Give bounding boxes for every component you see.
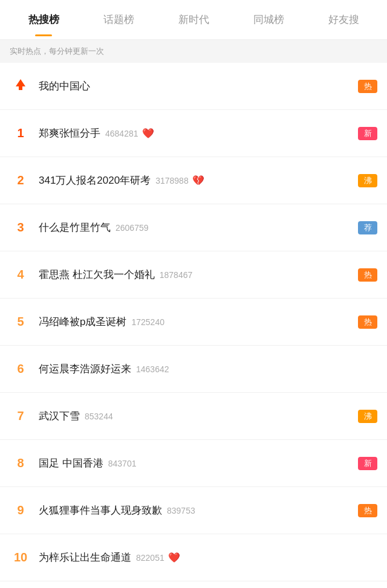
badge-hot: 热 [358, 80, 377, 93]
item-content: 341万人报名2020年研考 3178988 💔 [39, 173, 352, 187]
rank-arrow [10, 78, 31, 94]
rank-number: 9 [10, 503, 31, 517]
item-content: 为梓乐让出生命通道 822051 ❤️ [39, 551, 358, 564]
badge-new: 新 [358, 127, 377, 140]
item-emoji: ❤️ [168, 552, 180, 563]
svg-marker-0 [16, 79, 25, 90]
item-title: 为梓乐让出生命通道 [39, 551, 131, 564]
item-count: 1725240 [131, 317, 164, 327]
sub-header: 实时热点，每分钟更新一次 [0, 40, 387, 63]
item-emoji: ❤️ [142, 128, 154, 139]
item-content: 冯绍峰被p成圣诞树 1725240 [39, 315, 352, 329]
rank-number: 5 [10, 315, 31, 329]
list-item[interactable]: 4 霍思燕 杜江欠我一个婚礼 1878467 热 [0, 251, 387, 299]
item-title: 国足 中国香港 [39, 456, 103, 470]
list-item[interactable]: 10 为梓乐让出生命通道 822051 ❤️ [0, 534, 387, 581]
item-count: 1878467 [160, 270, 193, 280]
item-title: 什么是竹里竹气 [39, 221, 111, 234]
item-title: 郑爽张恒分手 [39, 126, 100, 140]
nav-tabs: 热搜榜 话题榜 新时代 同城榜 好友搜 [0, 0, 387, 40]
item-title: 霍思燕 杜江欠我一个婚礼 [39, 268, 155, 282]
item-content: 武汉下雪 853244 [39, 409, 352, 423]
badge-rec: 荐 [358, 221, 377, 234]
badge-hot: 热 [358, 268, 377, 282]
tab-topic[interactable]: 话题榜 [81, 0, 156, 40]
item-count: 843701 [108, 459, 137, 468]
item-title: 冯绍峰被p成圣诞树 [39, 315, 126, 329]
item-content: 火狐狸事件当事人现身致歉 839753 [39, 503, 352, 517]
list-item[interactable]: 5 冯绍峰被p成圣诞树 1725240 热 [0, 299, 387, 346]
badge-new: 新 [358, 457, 377, 470]
tab-hot[interactable]: 热搜榜 [6, 0, 81, 40]
badge-boil: 沸 [358, 410, 377, 423]
item-count: 1463642 [136, 364, 169, 374]
item-title: 我的中国心 [39, 79, 90, 93]
item-count: 2606759 [115, 223, 149, 233]
list-item[interactable]: 3 什么是竹里竹气 2606759 荐 [0, 204, 387, 251]
item-emoji: 💔 [192, 175, 204, 186]
item-title: 341万人报名2020年研考 [39, 173, 151, 187]
rank-number: 4 [10, 268, 31, 282]
item-content: 我的中国心 [39, 79, 352, 93]
list-item[interactable]: 8 国足 中国香港 843701 新 [0, 440, 387, 487]
item-content: 国足 中国香港 843701 [39, 456, 352, 470]
item-count: 839753 [167, 506, 195, 515]
tab-local[interactable]: 同城榜 [231, 0, 306, 40]
item-count: 822051 [136, 553, 164, 563]
item-title: 武汉下雪 [39, 409, 80, 423]
list-item[interactable]: 9 火狐狸事件当事人现身致歉 839753 热 [0, 487, 387, 534]
trending-list: 我的中国心 热 1 郑爽张恒分手 4684281 ❤️ 新 2 341万人报名2… [0, 63, 387, 581]
item-content: 霍思燕 杜江欠我一个婚礼 1878467 [39, 268, 352, 282]
tab-friends[interactable]: 好友搜 [306, 0, 381, 40]
rank-number: 7 [10, 409, 31, 423]
rank-number: 2 [10, 173, 31, 187]
rank-number: 10 [10, 551, 31, 564]
item-content: 郑爽张恒分手 4684281 ❤️ [39, 126, 352, 140]
item-count: 4684281 [105, 129, 138, 138]
item-title: 何运晨李浩源好运来 [39, 362, 131, 376]
badge-hot: 热 [358, 504, 377, 517]
list-item[interactable]: 1 郑爽张恒分手 4684281 ❤️ 新 [0, 110, 387, 157]
list-item[interactable]: 7 武汉下雪 853244 沸 [0, 393, 387, 440]
list-item[interactable]: 我的中国心 热 [0, 63, 387, 110]
rank-number: 6 [10, 362, 31, 376]
badge-boil: 沸 [358, 174, 377, 187]
rank-number: 3 [10, 221, 31, 234]
badge-hot: 热 [358, 315, 377, 329]
item-content: 什么是竹里竹气 2606759 [39, 221, 352, 234]
tab-newera[interactable]: 新时代 [156, 0, 231, 40]
item-count: 853244 [85, 412, 113, 421]
item-title: 火狐狸事件当事人现身致歉 [39, 503, 162, 517]
rank-number: 1 [10, 126, 31, 140]
item-content: 何运晨李浩源好运来 1463642 [39, 362, 358, 376]
rank-number: 8 [10, 456, 31, 470]
list-item[interactable]: 2 341万人报名2020年研考 3178988 💔 沸 [0, 157, 387, 204]
item-count: 3178988 [155, 176, 189, 186]
list-item[interactable]: 6 何运晨李浩源好运来 1463642 [0, 346, 387, 393]
